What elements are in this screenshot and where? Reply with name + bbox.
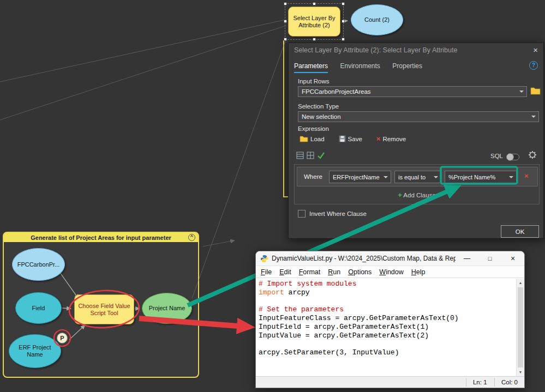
where-label: Where	[304, 173, 322, 180]
connector-line	[0, 26, 286, 120]
model-variable-field[interactable]: Field	[15, 292, 62, 324]
clause-field-combo[interactable]: ERFProjectName	[329, 171, 391, 183]
selection-handle[interactable]	[313, 2, 316, 5]
clause-value-combo[interactable]: %Project Name%	[445, 171, 517, 183]
selection-handle[interactable]	[342, 20, 345, 23]
menu-options[interactable]: Options	[344, 267, 375, 277]
maximize-icon[interactable]: □	[478, 251, 501, 266]
sql-label: SQL	[490, 153, 503, 159]
column-indicator: Col: 0	[494, 378, 524, 387]
model-group-header: Generate list of Project Areas for input…	[4, 233, 198, 242]
group-border-segment	[283, 40, 284, 197]
help-icon[interactable]: ?	[529, 61, 538, 70]
modelbuilder-canvas: Generate list of Project Areas for input…	[0, 0, 545, 392]
toggle-knob	[506, 153, 514, 161]
scroll-up-icon[interactable]: ▲	[517, 279, 524, 287]
chevron-down-icon	[519, 91, 524, 95]
expression-panel: Where ERFProjectName is equal to %Projec…	[294, 164, 540, 204]
clause-builder-icon[interactable]	[296, 152, 304, 159]
idle-titlebar[interactable]: DynamicValueList.py - W:\2024_2025\Custo…	[256, 251, 524, 266]
tab-parameters[interactable]: Parameters	[294, 62, 328, 73]
expression-toolbar	[296, 152, 325, 159]
save-button[interactable]: Save	[339, 135, 362, 142]
scrollbar-thumb[interactable]	[518, 287, 523, 367]
clause-table-icon[interactable]	[307, 152, 314, 159]
invert-where-clause-label: Invert Where Clause	[309, 210, 367, 217]
python-file-icon	[260, 255, 268, 263]
expression-buttons: Load Save × Remove	[300, 135, 406, 143]
folder-icon	[300, 135, 308, 142]
selection-type-label: Selection Type	[298, 103, 339, 110]
browse-folder-icon[interactable]	[530, 87, 541, 97]
invert-where-clause-checkbox[interactable]	[298, 210, 306, 218]
model-output-count[interactable]: Count (2)	[351, 4, 403, 35]
input-rows-label: Input Rows	[298, 78, 330, 85]
tab-environments[interactable]: Environments	[340, 62, 380, 72]
selection-handle[interactable]	[342, 2, 345, 5]
select-layer-by-attribute-dialog: Select Layer By Attribute (2): Select La…	[288, 43, 544, 239]
chevron-down-icon	[434, 176, 438, 180]
idle-window: DynamicValueList.py - W:\2024_2025\Custo…	[255, 251, 525, 388]
chevron-down-icon	[531, 116, 536, 120]
remove-button[interactable]: × Remove	[376, 135, 406, 143]
selection-handle[interactable]	[342, 38, 345, 41]
model-data-fpccarbon[interactable]: FPCCarbonPr...	[12, 248, 65, 281]
add-clause-button[interactable]: + Add Clause	[295, 191, 539, 199]
close-icon[interactable]: ×	[501, 251, 524, 266]
selection-handle[interactable]	[284, 2, 287, 5]
model-tool-choose-field-value-script[interactable]: Choose Field Value Script Tool	[74, 294, 134, 324]
remove-icon: ×	[376, 135, 381, 143]
idle-statusbar: Ln: 1 Col: 0	[256, 376, 524, 388]
load-button[interactable]: Load	[300, 135, 325, 142]
selection-handle[interactable]	[284, 38, 287, 41]
expression-valid-check-icon	[317, 152, 325, 159]
remove-clause-icon[interactable]: ×	[524, 172, 529, 180]
expression-label: Expression	[298, 125, 329, 132]
model-output-project-name[interactable]: Project Name	[142, 293, 192, 324]
dialog-tabs: Parameters Environments Properties	[294, 61, 432, 73]
selection-type-combo[interactable]: New selection	[298, 111, 539, 122]
minimize-icon[interactable]: —	[456, 251, 478, 266]
where-clause-row: Where ERFProjectName is equal to %Projec…	[297, 167, 538, 186]
sql-toggle[interactable]	[506, 154, 519, 160]
menu-edit[interactable]: Edit	[276, 267, 295, 277]
menu-file[interactable]: File	[257, 267, 276, 277]
scroll-down-icon[interactable]: ▼	[517, 368, 524, 376]
menu-run[interactable]: Run	[324, 267, 344, 277]
idle-menubar: File Edit Format Run Options Window Help	[256, 266, 524, 278]
clause-operator-combo[interactable]: is equal to	[394, 171, 441, 183]
chevron-down-icon	[509, 176, 513, 180]
idle-window-title: DynamicValueList.py - W:\2024_2025\Custo…	[272, 255, 456, 262]
scrollbar[interactable]: ▲ ▼	[516, 279, 524, 376]
collapse-group-icon[interactable]: ^	[188, 234, 195, 241]
ok-button[interactable]: OK	[501, 225, 539, 238]
selection-handle[interactable]	[313, 38, 316, 41]
connector-line	[203, 240, 235, 246]
code-area[interactable]: # Import system modulesimport arcpy # Se…	[256, 279, 516, 376]
add-icon: +	[398, 191, 402, 199]
line-indicator: Ln: 1	[466, 378, 494, 387]
model-group-title: Generate list of Project Areas for input…	[31, 234, 171, 241]
menu-format[interactable]: Format	[295, 267, 325, 277]
close-icon[interactable]: ×	[533, 45, 538, 55]
save-icon	[339, 135, 346, 142]
dialog-title: Select Layer By Attribute (2): Select La…	[294, 46, 457, 54]
parameter-badge: P	[57, 333, 68, 343]
selection-handle[interactable]	[284, 20, 287, 23]
connector-line	[0, 20, 286, 82]
gear-icon[interactable]	[528, 150, 537, 161]
model-variable-erf-project-name[interactable]: ERF Project Name	[9, 334, 61, 368]
menu-help[interactable]: Help	[408, 267, 429, 277]
tab-properties[interactable]: Properties	[392, 62, 422, 72]
model-tool-select-layer-by-attribute[interactable]: Select Layer By Attribute (2)	[288, 7, 340, 37]
menu-window[interactable]: Window	[375, 267, 407, 277]
input-rows-combo[interactable]: FPCCarbonProjectAreas	[298, 86, 527, 97]
chevron-down-icon	[384, 176, 388, 180]
